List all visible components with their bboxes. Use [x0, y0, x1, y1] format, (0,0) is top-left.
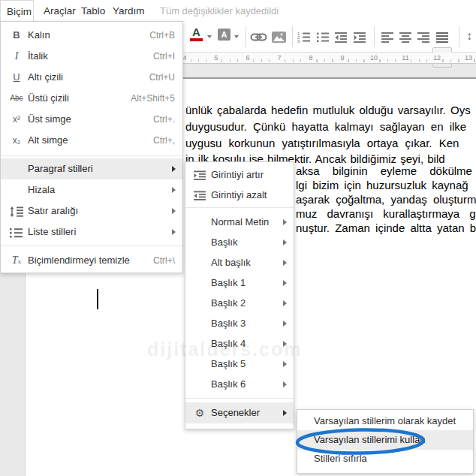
- align-left-icon: [381, 32, 394, 43]
- option-save-default-styles[interactable]: Varsayılan stillerim olarak kaydet: [297, 412, 473, 430]
- submenu-arrow-icon: [283, 321, 287, 327]
- increase-indent-button[interactable]: [354, 32, 366, 46]
- align-center-button[interactable]: [399, 32, 412, 46]
- menu-item-label: Alt simge: [28, 130, 68, 151]
- menu-item-kalin[interactable]: B Kalın Ctrl+B: [1, 25, 182, 46]
- align-right-button[interactable]: [417, 32, 430, 46]
- menu-tablo-label: Tablo: [81, 5, 105, 17]
- submenu-item-alt-baslik[interactable]: Alt başlık: [185, 252, 294, 273]
- submenu-arrow-icon: [283, 381, 287, 387]
- image-icon: [272, 32, 286, 43]
- submenu-arrow-icon: [283, 260, 287, 266]
- svg-text:3: 3: [297, 39, 300, 43]
- submenu-item-baslik[interactable]: Başlık: [185, 232, 294, 252]
- menu-item-label: Kalın: [28, 25, 50, 46]
- align-left-button[interactable]: [381, 32, 394, 46]
- align-center-icon: [399, 32, 412, 43]
- submenu-arrow-icon: [172, 187, 176, 193]
- document-text-line: uygusu korkunun yatıştırılmasıyla ortaya…: [185, 137, 459, 150]
- menu-item-label: Biçimlendirmeyi temizle: [28, 250, 130, 271]
- ruler-number: 10: [369, 53, 379, 62]
- shortcut-label: Ctrl+I: [153, 46, 175, 67]
- insert-link-button[interactable]: [250, 32, 267, 46]
- document-text-line: ünlük çabalarda hedefin mutluluk olduğu …: [185, 104, 471, 117]
- menu-item-hizala[interactable]: Hizala: [1, 179, 182, 200]
- submenu-item-label: Seçenekler: [211, 402, 260, 423]
- menu-item-satir-araligi[interactable]: Satır aralığı: [1, 200, 182, 221]
- text-cursor: [97, 289, 98, 309]
- submenu-item-baslik-3[interactable]: Başlık 3: [185, 313, 294, 333]
- menu-item-label: Üst simge: [28, 109, 71, 130]
- submenu-arrow-icon: [283, 240, 287, 246]
- ruler-number: 6: [244, 53, 251, 62]
- shortcut-label: Ctrl+B: [149, 25, 175, 46]
- text-color-icon: A: [190, 27, 203, 38]
- format-menu: B Kalın Ctrl+B I İtalik Ctrl+I U Altı çi…: [0, 21, 183, 273]
- menu-item-italik[interactable]: I İtalik Ctrl+I: [1, 46, 182, 67]
- decrease-indent-icon: [335, 32, 348, 43]
- document-text-line: aşarak çoğaltma, yandaş oluşturm: [296, 193, 476, 206]
- menu-item-label: İtalik: [28, 46, 48, 67]
- numbered-list-button[interactable]: 123: [297, 32, 311, 46]
- submenu-item-label: Normal Metin: [211, 212, 269, 232]
- submenu-arrow-icon: [283, 280, 287, 286]
- shortcut-label: Ctrl+U: [149, 67, 175, 88]
- menu-item-label: Altı çizili: [28, 67, 63, 88]
- insert-image-button[interactable]: [272, 32, 286, 46]
- menu-bicim[interactable]: Biçim: [0, 0, 34, 22]
- menu-item-label: Paragraf stilleri: [28, 158, 93, 179]
- justify-button[interactable]: [436, 32, 449, 46]
- highlight-dropdown-icon[interactable]: [234, 35, 239, 38]
- line-spacing-button[interactable]: ↕: [466, 29, 472, 43]
- subscript-icon: x₂: [8, 130, 26, 151]
- options-submenu: Varsayılan stillerim olarak kaydet Varsa…: [297, 409, 474, 474]
- line-spacing-icon: [8, 200, 26, 221]
- submenu-item-label: Girintiyi artır: [211, 164, 264, 185]
- submenu-item-label: Başlık 6: [211, 374, 246, 394]
- option-use-default-styles[interactable]: Varsayılan stillerimi kullan: [297, 430, 473, 450]
- menu-item-paragraf-stilleri[interactable]: Paragraf stilleri: [1, 158, 182, 179]
- submenu-arrow-icon: [283, 300, 287, 306]
- shortcut-label: Alt+Shift+5: [131, 88, 175, 109]
- menu-bar: Biçim Araçlar Tablo Yardım Tüm değişikli…: [0, 0, 476, 22]
- menu-item-alti-cizili[interactable]: U Altı çizili Ctrl+U: [1, 67, 182, 88]
- ruler-number: 11: [400, 53, 410, 62]
- submenu-item-baslik-1[interactable]: Başlık 1: [185, 273, 294, 293]
- submenu-arrow-icon: [172, 229, 176, 235]
- shortcut-label: Ctrl+\: [153, 250, 175, 271]
- submenu-item-baslik-2[interactable]: Başlık 2: [185, 293, 294, 313]
- menu-araclar-label: Araçlar: [44, 5, 76, 17]
- menu-item-bicimlendirmeyi-temizle[interactable]: Tx Biçimlendirmeyi temizle Ctrl+\: [1, 250, 182, 271]
- increase-indent-icon: [191, 164, 209, 185]
- strikethrough-icon: Abc: [8, 88, 26, 109]
- ruler-number: 9: [339, 53, 345, 62]
- menu-yardim[interactable]: Yardım: [107, 0, 151, 22]
- link-icon: [250, 32, 267, 43]
- shortcut-label: Ctrl+,: [153, 130, 175, 151]
- menu-bicim-label: Biçim: [7, 6, 32, 17]
- gear-icon: ⚙: [191, 402, 209, 423]
- option-label: Varsayılan stillerimi kullan: [314, 430, 426, 450]
- submenu-item-normal-metin[interactable]: Normal Metin: [185, 212, 294, 232]
- text-color-button[interactable]: A: [190, 27, 203, 41]
- menu-item-alt-simge[interactable]: x₂ Alt simge Ctrl+,: [1, 130, 182, 151]
- highlight-color-button[interactable]: A: [218, 29, 230, 41]
- ruler-number: 5: [212, 53, 219, 62]
- ruler-number: 7: [276, 53, 282, 62]
- submenu-item-baslik-6[interactable]: Başlık 6: [185, 374, 294, 394]
- bulleted-list-icon: [316, 32, 330, 43]
- menu-item-liste-stilleri[interactable]: Liste stilleri: [1, 221, 182, 243]
- bold-icon: B: [8, 25, 26, 46]
- menu-item-ustu-cizili[interactable]: Abc Üstü çizili Alt+Shift+5: [1, 88, 182, 109]
- decrease-indent-button[interactable]: [335, 32, 348, 46]
- ruler-number: 8: [307, 53, 314, 62]
- document-text-line: duygusudur. Çünkü hayatta kalmayı sağlay…: [185, 120, 466, 134]
- option-reset-styles[interactable]: Stilleri sıfırla: [297, 450, 473, 468]
- text-color-dropdown-icon[interactable]: [207, 35, 212, 38]
- submenu-item-girintiyi-azalt[interactable]: Girintiyi azalt: [185, 185, 294, 205]
- submenu-arrow-icon: [283, 410, 287, 416]
- submenu-item-girintiyi-artir[interactable]: Girintiyi artır: [185, 164, 294, 185]
- bulleted-list-button[interactable]: [316, 32, 330, 46]
- submenu-item-secenekler[interactable]: ⚙ Seçenekler: [185, 402, 294, 423]
- menu-item-ust-simge[interactable]: x² Üst simge Ctrl+.: [1, 109, 182, 130]
